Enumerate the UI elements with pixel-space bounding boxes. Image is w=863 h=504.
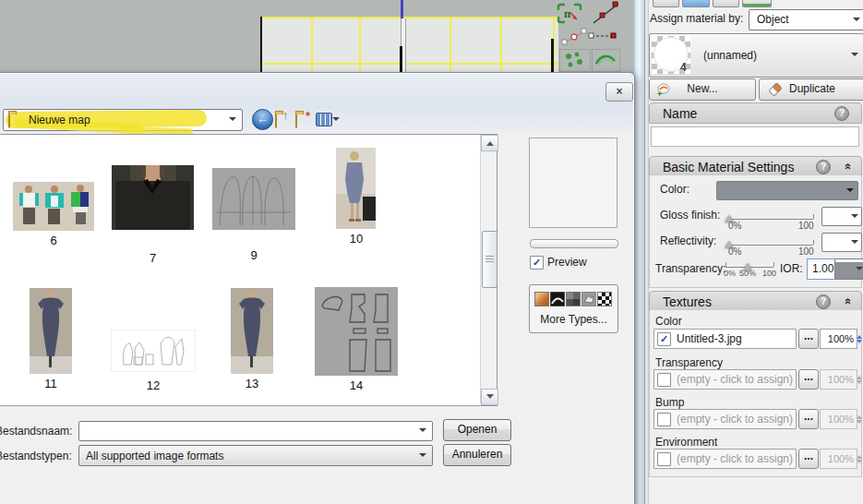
texture-bump-field[interactable]: (empty - click to assign): [653, 409, 797, 429]
texture-color-field[interactable]: ✓ Untitled-3.jpg: [653, 329, 797, 349]
basic-settings-header[interactable]: Basic Material Settings ? »: [649, 156, 862, 177]
pattern-edge: [260, 17, 262, 72]
gloss-swatch-dropdown[interactable]: [821, 207, 862, 226]
new-folder-button[interactable]: *: [295, 111, 312, 126]
tab-2-active[interactable]: [682, 0, 710, 7]
texture-transparency-field[interactable]: (empty - click to assign): [653, 369, 797, 390]
scroll-up-icon: [486, 138, 494, 146]
tab-1[interactable]: [653, 0, 679, 7]
cancel-button[interactable]: Annuleren: [443, 444, 511, 466]
assign-material-dropdown[interactable]: Object: [749, 9, 863, 30]
filetype-dropdown[interactable]: All supported image formats: [78, 445, 433, 466]
texture-color-value: Untitled-3.jpg: [677, 332, 742, 345]
transparency-label: Transparency:: [655, 262, 725, 275]
file-list-scrollbar[interactable]: [480, 135, 497, 403]
line-points-tool-icon[interactable]: [591, 1, 622, 26]
help-icon[interactable]: ?: [834, 106, 849, 121]
thumbnail-image: [212, 168, 295, 230]
texture-transparency-browse-button[interactable]: ...: [798, 369, 819, 390]
texture-slot-label: Transparency: [655, 356, 723, 369]
texture-bump-percent: 100%: [820, 409, 857, 429]
textures-header[interactable]: Textures ? »: [649, 291, 862, 312]
scrollbar-thumb[interactable]: [482, 231, 497, 288]
texture-color-browse-button[interactable]: ...: [798, 329, 819, 349]
reflectivity-max: 100: [798, 246, 814, 257]
ior-value: 1.00: [812, 262, 833, 275]
file-item[interactable]: 9: [212, 168, 295, 248]
new-material-label: New...: [687, 82, 717, 95]
file-item[interactable]: 14: [315, 287, 398, 392]
open-button[interactable]: Openen: [443, 419, 511, 441]
preview-toggle[interactable]: ✓ Preview: [530, 255, 617, 270]
collapse-icon[interactable]: »: [840, 163, 854, 170]
dialog-close-button[interactable]: ×: [605, 82, 633, 102]
texture-environment-browse-button[interactable]: ...: [798, 449, 819, 469]
file-item[interactable]: 11: [10, 288, 91, 391]
material-count-badge: 4: [680, 61, 687, 74]
texture-color-spin[interactable]: [855, 329, 863, 349]
reflectivity-swatch-dropdown[interactable]: [821, 233, 862, 252]
up-folder-button[interactable]: ↑: [275, 111, 292, 126]
help-icon[interactable]: ?: [816, 160, 831, 174]
back-button[interactable]: ←: [252, 109, 273, 130]
curve-tool-icon[interactable]: [592, 49, 620, 72]
new-material-button[interactable]: + New...: [649, 78, 756, 101]
assign-material-value: Object: [757, 13, 789, 26]
segment-points-tool-icon[interactable]: [561, 28, 589, 46]
transparency-slider[interactable]: 0% 50% 100: [724, 255, 777, 277]
tab-4[interactable]: [742, 0, 772, 7]
material-name-input[interactable]: [651, 126, 859, 147]
views-menu-button[interactable]: [316, 112, 340, 126]
color-swatch-dropdown[interactable]: [716, 181, 858, 200]
thumbnail-image: [111, 330, 196, 372]
help-icon[interactable]: ?: [816, 294, 831, 309]
thumbnail-image: [315, 287, 398, 376]
texture-color-checkbox[interactable]: ✓: [657, 332, 671, 346]
duplicate-material-button[interactable]: Duplicate: [759, 78, 863, 101]
basic-settings-title: Basic Material Settings: [663, 160, 794, 174]
back-icon: ←: [257, 112, 269, 126]
scatter-dots-tool-icon[interactable]: [559, 49, 591, 72]
file-item[interactable]: 12: [111, 330, 196, 391]
reflectivity-slider[interactable]: 0% 100: [728, 231, 816, 251]
svg-text:+: +: [657, 90, 662, 97]
dashed-line-tool-icon[interactable]: [588, 31, 617, 41]
scroll-up-button[interactable]: [481, 135, 498, 151]
tab-3[interactable]: [713, 0, 739, 7]
material-selector-dropdown[interactable]: 4 (unnamed): [649, 33, 863, 78]
material-thumbnail: 4: [652, 36, 690, 74]
texture-orange-icon: [534, 292, 549, 306]
file-item[interactable]: 10: [316, 148, 397, 249]
dropdown-arrow-icon: [851, 214, 858, 222]
transparency-swatch-dropdown[interactable]: [834, 258, 863, 280]
dropdown-arrow-icon: [851, 53, 858, 60]
file-item[interactable]: 7: [112, 165, 194, 248]
texture-bump-browse-button[interactable]: ...: [798, 409, 819, 429]
preview-progress-bar: [530, 239, 618, 248]
file-item[interactable]: 6: [13, 182, 94, 248]
texture-transparency-checkbox[interactable]: [657, 373, 671, 387]
preview-checkbox[interactable]: ✓: [530, 256, 544, 270]
filename-label: Bestandsnaam:: [0, 425, 72, 438]
n-node-tool-icon[interactable]: n: [556, 2, 583, 27]
filetype-label: Bestandstypen:: [0, 450, 72, 462]
dropdown-arrow-icon: [332, 117, 340, 125]
transparency-tick: 50%: [739, 269, 756, 277]
material-panel: Assign material by: Object 4 (unnamed) +…: [644, 0, 863, 504]
texture-bump-checkbox[interactable]: [657, 413, 671, 426]
texture-swoosh-icon: [550, 292, 565, 306]
thumbnail-image: [30, 288, 72, 374]
gloss-slider[interactable]: 0% 100: [728, 205, 816, 225]
texture-environment-checkbox[interactable]: [657, 452, 671, 466]
filename-input[interactable]: [78, 421, 433, 441]
name-section-header[interactable]: Name ?: [649, 102, 862, 124]
file-item[interactable]: 13: [211, 288, 293, 391]
more-types-button[interactable]: More Types...: [529, 284, 618, 333]
texture-environment-field[interactable]: (empty - click to assign): [653, 449, 797, 469]
folder-dropdown[interactable]: Nieuwe map: [3, 109, 243, 131]
texture-environment-value: (empty - click to assign): [677, 452, 793, 465]
texture-color-percent[interactable]: 100%: [820, 329, 857, 349]
scroll-down-button[interactable]: [481, 389, 498, 405]
grid-line: [359, 18, 361, 74]
collapse-icon[interactable]: »: [840, 298, 854, 305]
